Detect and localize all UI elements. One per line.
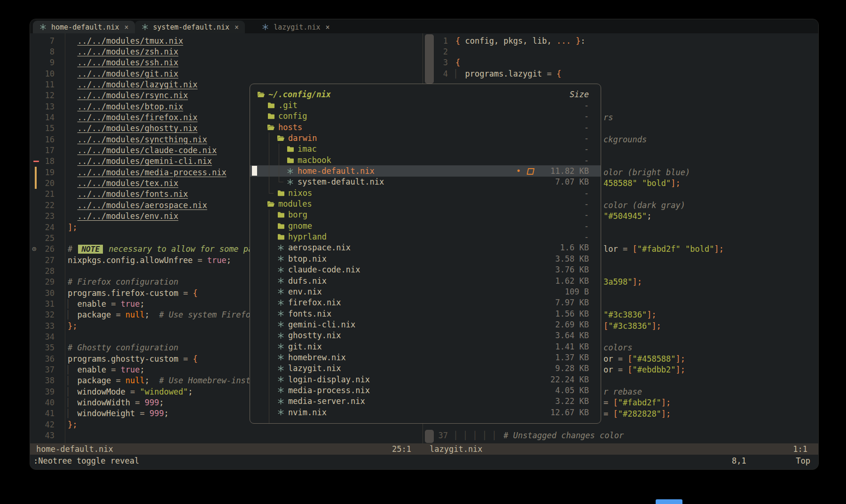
dock-item-hint[interactable] [656, 499, 682, 504]
size-column-header: Size [570, 89, 589, 100]
tree-row-login-display.nix[interactable]: login-display.nix22.24 KB [250, 374, 601, 385]
nix-file-icon [277, 321, 285, 328]
folder-icon [277, 211, 285, 218]
tree-row-nixos[interactable]: nixos- [250, 187, 601, 198]
tree-row-macbook[interactable]: macbook- [250, 155, 601, 165]
tree-row-media-process.nix[interactable]: media-process.nix4.05 KB [250, 385, 601, 395]
command-line[interactable]: :Neotree toggle reveal 8,1 Top [30, 455, 818, 467]
nix-file-icon [277, 376, 285, 383]
close-icon[interactable]: × [125, 23, 129, 31]
line-number: 43 [42, 431, 55, 440]
line-number: 39 [42, 387, 55, 396]
tab-system-default.nix[interactable]: system-default.nix× [135, 21, 245, 33]
tree-row-git.nix[interactable]: git.nix1.41 KB [250, 341, 601, 352]
tree-row-claude-code.nix[interactable]: claude-code.nix3.76 KB [250, 264, 601, 275]
tree-row-media-server.nix[interactable]: media-server.nix3.22 KB [250, 396, 601, 407]
line-number: 40 [42, 398, 55, 407]
code-line-3[interactable]: 3{ [423, 57, 818, 68]
tab-home-default.nix[interactable]: home-default.nix× [33, 21, 135, 33]
tree-item-label: git.nix [288, 342, 322, 351]
line-number: 29 [42, 277, 55, 287]
folder-open-icon [267, 201, 275, 207]
code-line-4[interactable]: 4▏ programs.lazygit = { [423, 68, 818, 79]
line-number: 14 [42, 113, 55, 122]
tree-item-label: gemini-cli.nix [288, 320, 355, 329]
close-icon[interactable]: × [235, 23, 239, 31]
tree-item-label: media-process.nix [288, 386, 370, 395]
scrollbar-thumb-top[interactable] [425, 34, 434, 84]
code-line-43[interactable]: 43 [30, 430, 423, 441]
nix-file-icon [277, 365, 285, 372]
note-badge: NOTE [78, 245, 103, 254]
close-icon[interactable]: × [325, 23, 329, 31]
line-number: 19 [42, 168, 55, 177]
line-number: 21 [42, 189, 55, 199]
tree-row-borg[interactable]: borg- [250, 209, 601, 220]
code-line-37[interactable]: 37▏ ▏ ▏ ▏ ▏ # Unstagged changes color [423, 430, 624, 441]
folder-open-icon [277, 135, 285, 141]
nix-file-icon [39, 23, 47, 31]
neotree-float-window[interactable]: ~/.config/nixSize.git-config-hosts-darwi… [250, 84, 601, 424]
line-number: 18 [42, 156, 55, 166]
file-size: 3.22 KB [555, 396, 589, 407]
code-line-7[interactable]: 7 ../../modules/tmux.nix [30, 35, 423, 46]
tab-lazygit.nix[interactable]: lazygit.nix× [255, 21, 336, 33]
nix-file-icon [141, 23, 149, 31]
tree-row-nvim.nix[interactable]: nvim.nix12.67 KB [250, 407, 601, 418]
terminal-window: home-default.nix×system-default.nix×lazy… [30, 19, 819, 470]
statusline: home-default.nix 25:1 lazygit.nix 1:1 [30, 443, 818, 455]
tree-item-label: .git [278, 101, 298, 110]
statusline-left-ruler: 25:1 [392, 443, 411, 455]
tree-row-darwin[interactable]: darwin- [250, 132, 601, 143]
code-line-2[interactable]: 2 [423, 46, 818, 57]
tree-row-hosts[interactable]: hosts- [250, 122, 601, 132]
line-number: 15 [42, 124, 55, 133]
file-size: 3.76 KB [555, 264, 589, 275]
tree-row-lazygit.nix[interactable]: lazygit.nix9.28 KB [250, 363, 601, 374]
nix-file-icon [261, 23, 269, 31]
file-size: 109 B [565, 286, 589, 297]
code-fragment-line-35: = ["#282828"]; [603, 408, 671, 419]
tree-row-system-default.nix[interactable]: system-default.nix7.07 KB [250, 177, 601, 187]
tree-root-header[interactable]: ~/.config/nixSize [250, 89, 601, 100]
scroll-indicator: Top [796, 455, 810, 467]
tree-row-gemini-cli.nix[interactable]: gemini-cli.nix2.69 KB [250, 319, 601, 330]
line-number: 32 [42, 310, 55, 319]
tree-row-imac[interactable]: imac- [250, 144, 601, 155]
tree-row-dufs.nix[interactable]: dufs.nix1.62 KB [250, 275, 601, 286]
folder-open-icon [257, 91, 265, 98]
folder-icon [286, 157, 294, 163]
tree-item-label: borg [288, 210, 307, 219]
nix-file-icon [277, 387, 285, 394]
line-number: 23 [42, 211, 55, 221]
code-line-10[interactable]: 10 ../../modules/git.nix [30, 68, 423, 79]
code-line-8[interactable]: 8 ../../modules/zsh.nix [30, 46, 423, 57]
tree-row-fonts.nix[interactable]: fonts.nix1.56 KB [250, 308, 601, 319]
line-number: 33 [42, 321, 55, 331]
tree-row-aerospace.nix[interactable]: aerospace.nix1.6 KB [250, 242, 601, 253]
tree-row-btop.nix[interactable]: btop.nix3.58 KB [250, 253, 601, 264]
folder-icon [267, 102, 275, 109]
file-size: 1.41 KB [555, 341, 589, 352]
tree-row-modules[interactable]: modules- [250, 198, 601, 209]
tree-item-label: home-default.nix [298, 166, 375, 176]
folder-icon [267, 113, 275, 119]
code-line-1[interactable]: 1{ config, pkgs, lib, ... }: [423, 35, 818, 46]
tree-row-hyprland[interactable]: hyprland- [250, 231, 601, 242]
tree-root-path: ~/.config/nix [268, 90, 331, 99]
tree-row-gnome[interactable]: gnome- [250, 220, 601, 231]
tree-item-label: aerospace.nix [288, 243, 351, 252]
tree-item-label: gnome [288, 221, 312, 231]
code-line-9[interactable]: 9 ../../modules/ssh.nix [30, 57, 423, 68]
tree-row-config[interactable]: config- [250, 111, 601, 122]
tree-row-ghostty.nix[interactable]: ghostty.nix3.64 KB [250, 330, 601, 341]
tree-row-env.nix[interactable]: env.nix109 B [250, 286, 601, 297]
tree-row-firefox.nix[interactable]: firefox.nix7.97 KB [250, 297, 601, 308]
tab-label: home-default.nix [51, 23, 119, 31]
tree-row-.git[interactable]: .git- [250, 100, 601, 110]
tree-item-label: dufs.nix [288, 276, 327, 286]
tree-row-home-default.nix[interactable]: home-default.nix•11.82 KB [250, 165, 601, 176]
tree-row-homebrew.nix[interactable]: homebrew.nix1.37 KB [250, 352, 601, 363]
tree-item-label: config [278, 111, 307, 121]
comment-marker-icon: ⊙ [32, 245, 36, 253]
